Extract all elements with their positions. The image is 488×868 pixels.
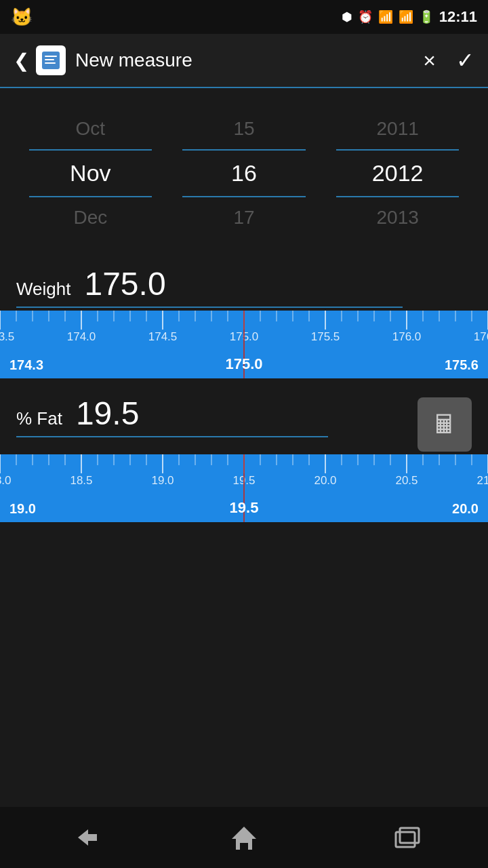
weight-underline xyxy=(16,307,403,308)
nav-home-button[interactable] xyxy=(217,817,271,858)
svg-text:20.5: 20.5 xyxy=(395,474,418,487)
weight-value[interactable]: 175.0 xyxy=(84,265,165,302)
fat-center-value: 19.5 xyxy=(230,499,259,517)
bluetooth-icon: ⬢ xyxy=(342,9,352,24)
year-next[interactable]: 2013 xyxy=(321,197,474,238)
year-prev[interactable]: 2011 xyxy=(321,108,474,149)
svg-text:176.5: 176.5 xyxy=(474,330,488,343)
signal-icon: 📶 xyxy=(399,9,413,24)
svg-text:174.5: 174.5 xyxy=(148,330,178,343)
svg-text:18.5: 18.5 xyxy=(70,474,92,487)
weight-center-value: 175.0 xyxy=(225,355,262,373)
year-column: 2011 2012 2013 xyxy=(321,108,474,238)
svg-text:175.5: 175.5 xyxy=(311,330,340,343)
svg-text:173.5: 173.5 xyxy=(0,330,14,343)
month-column: Oct Nov Dec xyxy=(14,108,167,238)
day-next[interactable]: 17 xyxy=(167,197,321,238)
day-selected[interactable]: 16 xyxy=(167,151,321,196)
app-icon-area: 🐱 xyxy=(11,7,33,28)
month-selected[interactable]: Nov xyxy=(14,151,167,196)
svg-rect-2 xyxy=(45,59,54,60)
weight-left-label: 174.3 xyxy=(9,357,43,373)
date-picker-row: Oct Nov Dec 15 16 17 2011 2012 2013 xyxy=(14,108,474,238)
status-bar: 🐱 ⬢ ⏰ 📶 📶 🔋 12:11 xyxy=(0,0,488,34)
app-bar-actions: × ✓ xyxy=(423,47,474,73)
app-logo xyxy=(36,45,66,75)
svg-rect-3 xyxy=(45,62,56,64)
back-arrow-icon[interactable]: ❮ xyxy=(14,50,29,72)
year-selected[interactable]: 2012 xyxy=(321,151,474,196)
status-time: 12:11 xyxy=(439,8,477,26)
svg-rect-83 xyxy=(400,828,419,843)
alarm-icon: ⏰ xyxy=(358,9,373,24)
fat-right-label: 20.0 xyxy=(452,501,479,517)
calculator-button[interactable]: 🖩 xyxy=(418,397,472,452)
svg-text:20.0: 20.0 xyxy=(314,474,336,487)
weight-section: Weight 175.0 xyxy=(0,252,488,308)
wifi-icon: 📶 xyxy=(378,9,393,24)
nav-recents-button[interactable] xyxy=(380,817,434,858)
calculator-icon: 🖩 xyxy=(432,410,458,439)
fat-section: % Fat 19.5 🖩 xyxy=(0,378,488,452)
app-bar: ❮ New measure × ✓ xyxy=(0,34,488,88)
month-next[interactable]: Dec xyxy=(14,197,167,238)
nav-back-button[interactable] xyxy=(54,817,108,858)
fat-label-row: % Fat 19.5 xyxy=(16,395,418,432)
weight-label: Weight xyxy=(16,279,70,300)
svg-text:176.0: 176.0 xyxy=(392,330,422,343)
fat-underline xyxy=(16,436,328,437)
fat-left-label: 19.0 xyxy=(9,501,36,517)
fat-ruler[interactable]: 18.018.519.019.520.020.521.0 19.0 20.0 1… xyxy=(0,454,488,522)
fat-label: % Fat xyxy=(16,408,62,429)
battery-icon: 🔋 xyxy=(419,9,434,24)
page-title: New measure xyxy=(75,50,423,71)
weight-label-row: Weight 175.0 xyxy=(16,265,472,302)
svg-text:174.0: 174.0 xyxy=(67,330,96,343)
svg-text:18.0: 18.0 xyxy=(0,474,12,487)
svg-text:21.0: 21.0 xyxy=(476,474,488,487)
status-icons: ⬢ ⏰ 📶 📶 🔋 12:11 xyxy=(342,8,477,26)
svg-rect-82 xyxy=(396,832,415,847)
confirm-button[interactable]: ✓ xyxy=(456,47,474,73)
month-prev[interactable]: Oct xyxy=(14,108,167,149)
svg-rect-1 xyxy=(45,56,57,57)
fat-value[interactable]: 19.5 xyxy=(76,395,139,432)
weight-ruler[interactable]: 173.5174.0174.5175.0175.5176.0176.5 174.… xyxy=(0,311,488,378)
weight-right-label: 175.6 xyxy=(445,357,479,373)
nav-bar xyxy=(0,807,488,868)
date-picker: Oct Nov Dec 15 16 17 2011 2012 2013 xyxy=(0,88,488,252)
svg-text:19.0: 19.0 xyxy=(151,474,174,487)
day-column: 15 16 17 xyxy=(167,108,321,238)
fat-text-area: % Fat 19.5 xyxy=(16,395,418,437)
day-prev[interactable]: 15 xyxy=(167,108,321,149)
close-button[interactable]: × xyxy=(423,48,436,73)
